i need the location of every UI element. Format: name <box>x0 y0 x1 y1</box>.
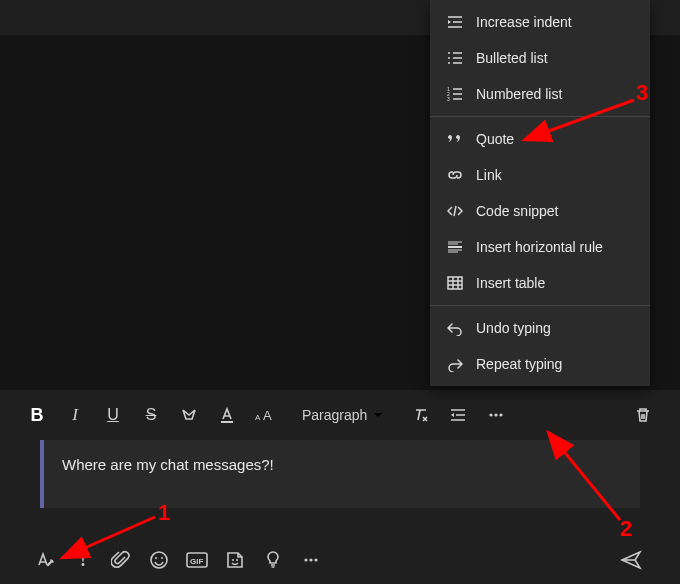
menu-label: Insert horizontal rule <box>476 239 603 255</box>
menu-bulleted-list[interactable]: Bulleted list <box>430 40 650 76</box>
menu-label: Undo typing <box>476 320 551 336</box>
menu-horizontal-rule[interactable]: Insert horizontal rule <box>430 229 650 265</box>
bulleted-list-icon <box>444 50 466 66</box>
font-size-button[interactable]: AA <box>248 398 282 432</box>
svg-point-2 <box>448 62 450 64</box>
paragraph-style-dropdown[interactable]: Paragraph <box>294 398 391 432</box>
emoji-button[interactable] <box>142 543 176 577</box>
menu-label: Quote <box>476 131 514 147</box>
italic-button[interactable]: I <box>58 398 92 432</box>
svg-rect-6 <box>448 277 462 289</box>
decrease-indent-button[interactable] <box>441 398 475 432</box>
menu-increase-indent[interactable]: Increase indent <box>430 4 650 40</box>
undo-icon <box>444 320 466 336</box>
code-icon <box>444 203 466 219</box>
svg-point-12 <box>500 413 503 416</box>
strikethrough-button[interactable]: S <box>134 398 168 432</box>
menu-redo[interactable]: Repeat typing <box>430 346 650 382</box>
attach-button[interactable] <box>104 543 138 577</box>
more-options-button[interactable] <box>479 398 513 432</box>
svg-point-11 <box>495 413 498 416</box>
menu-quote[interactable]: Quote <box>430 121 650 157</box>
table-icon <box>444 275 466 291</box>
svg-point-14 <box>155 557 157 559</box>
font-color-button[interactable] <box>210 398 244 432</box>
menu-label: Link <box>476 167 502 183</box>
svg-text:A: A <box>263 408 272 423</box>
praise-button[interactable] <box>256 543 290 577</box>
paragraph-label: Paragraph <box>302 407 367 423</box>
menu-label: Increase indent <box>476 14 572 30</box>
menu-separator <box>430 305 650 306</box>
menu-label: Insert table <box>476 275 545 291</box>
set-delivery-options-button[interactable]: ! <box>66 543 100 577</box>
underline-button[interactable]: U <box>96 398 130 432</box>
svg-text:A: A <box>255 413 261 422</box>
menu-undo[interactable]: Undo typing <box>430 310 650 346</box>
svg-point-20 <box>304 558 307 561</box>
menu-label: Bulleted list <box>476 50 548 66</box>
numbered-list-icon: 123 <box>444 86 466 102</box>
svg-point-1 <box>448 57 450 59</box>
message-input[interactable]: Where are my chat messages?! <box>40 440 640 508</box>
bold-button[interactable]: B <box>20 398 54 432</box>
redo-icon <box>444 356 466 372</box>
more-apps-button[interactable] <box>294 543 328 577</box>
gif-button[interactable]: GIF <box>180 543 214 577</box>
svg-point-10 <box>490 413 493 416</box>
svg-point-19 <box>236 559 238 561</box>
send-button[interactable] <box>614 543 648 577</box>
svg-point-15 <box>161 557 163 559</box>
horizontal-rule-icon <box>444 239 466 255</box>
delete-button[interactable] <box>626 398 660 432</box>
menu-numbered-list[interactable]: 123 Numbered list <box>430 76 650 112</box>
format-toolbar: B I U S AA Paragraph <box>0 390 680 440</box>
menu-separator <box>430 116 650 117</box>
indent-increase-icon <box>444 14 466 30</box>
chevron-down-icon <box>373 407 383 423</box>
compose-bottom-toolbar: ! GIF <box>0 536 680 584</box>
svg-point-21 <box>309 558 312 561</box>
sticker-button[interactable] <box>218 543 252 577</box>
clear-formatting-button[interactable] <box>403 398 437 432</box>
svg-point-22 <box>314 558 317 561</box>
menu-insert-table[interactable]: Insert table <box>430 265 650 301</box>
svg-rect-7 <box>221 421 233 423</box>
svg-text:GIF: GIF <box>190 557 203 566</box>
menu-label: Code snippet <box>476 203 559 219</box>
message-compose-area: B I U S AA Paragraph <box>0 390 680 584</box>
format-context-menu: Increase indent Bulleted list 123 Number… <box>430 0 650 386</box>
link-icon <box>444 167 466 183</box>
quote-icon <box>444 131 466 147</box>
svg-point-0 <box>448 52 450 54</box>
menu-code-snippet[interactable]: Code snippet <box>430 193 650 229</box>
message-text: Where are my chat messages?! <box>62 456 274 473</box>
menu-label: Numbered list <box>476 86 562 102</box>
svg-text:3: 3 <box>447 96 450 102</box>
menu-link[interactable]: Link <box>430 157 650 193</box>
highlight-button[interactable] <box>172 398 206 432</box>
menu-label: Repeat typing <box>476 356 562 372</box>
svg-point-18 <box>232 559 234 561</box>
format-button[interactable] <box>28 543 62 577</box>
